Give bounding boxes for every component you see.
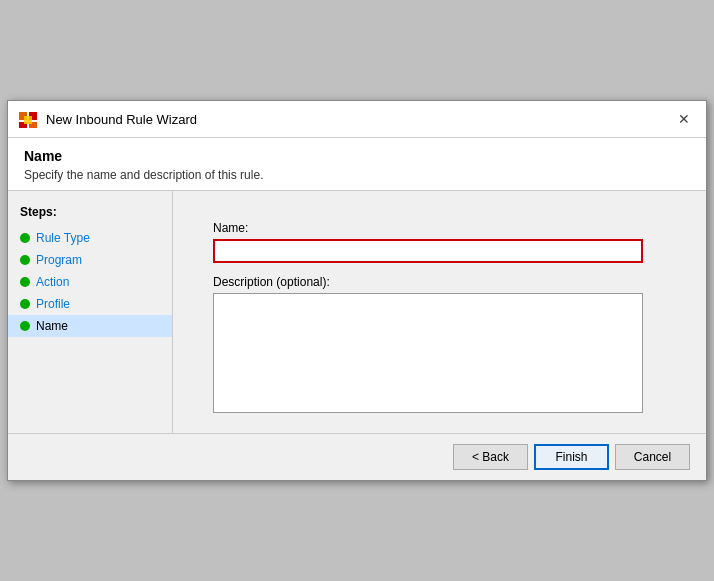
name-label: Name:	[213, 221, 666, 235]
step-label-action: Action	[36, 275, 69, 289]
dialog: New Inbound Rule Wizard ✕ Name Specify t…	[7, 100, 707, 481]
sidebar-item-profile[interactable]: Profile	[8, 293, 172, 315]
content-area: Steps: Rule Type Program Action Profile …	[8, 191, 706, 433]
step-dot-name	[20, 321, 30, 331]
back-button[interactable]: < Back	[453, 444, 528, 470]
close-button[interactable]: ✕	[672, 107, 696, 131]
cancel-button[interactable]: Cancel	[615, 444, 690, 470]
header-section: Name Specify the name and description of…	[8, 138, 706, 191]
finish-button[interactable]: Finish	[534, 444, 609, 470]
sidebar-item-action[interactable]: Action	[8, 271, 172, 293]
dialog-title: New Inbound Rule Wizard	[46, 112, 197, 127]
sidebar: Steps: Rule Type Program Action Profile …	[8, 191, 173, 433]
main-area: Name: Description (optional):	[173, 191, 706, 433]
footer: < Back Finish Cancel	[8, 433, 706, 480]
step-dot-rule-type	[20, 233, 30, 243]
desc-label: Description (optional):	[213, 275, 666, 289]
title-bar: New Inbound Rule Wizard ✕	[8, 101, 706, 138]
desc-textarea[interactable]	[213, 293, 643, 413]
step-label-profile: Profile	[36, 297, 70, 311]
steps-label: Steps:	[8, 201, 172, 227]
sidebar-item-program[interactable]: Program	[8, 249, 172, 271]
step-dot-action	[20, 277, 30, 287]
step-dot-profile	[20, 299, 30, 309]
name-input[interactable]	[213, 239, 643, 263]
title-bar-left: New Inbound Rule Wizard	[18, 109, 197, 129]
svg-rect-4	[24, 116, 32, 124]
page-subtitle: Specify the name and description of this…	[24, 168, 690, 182]
step-label-rule-type: Rule Type	[36, 231, 90, 245]
page-title: Name	[24, 148, 690, 164]
firewall-icon	[18, 109, 38, 129]
step-label-name: Name	[36, 319, 68, 333]
name-field-group: Name:	[213, 221, 666, 263]
desc-field-group: Description (optional):	[213, 275, 666, 413]
sidebar-item-rule-type[interactable]: Rule Type	[8, 227, 172, 249]
sidebar-item-name[interactable]: Name	[8, 315, 172, 337]
step-label-program: Program	[36, 253, 82, 267]
step-dot-program	[20, 255, 30, 265]
